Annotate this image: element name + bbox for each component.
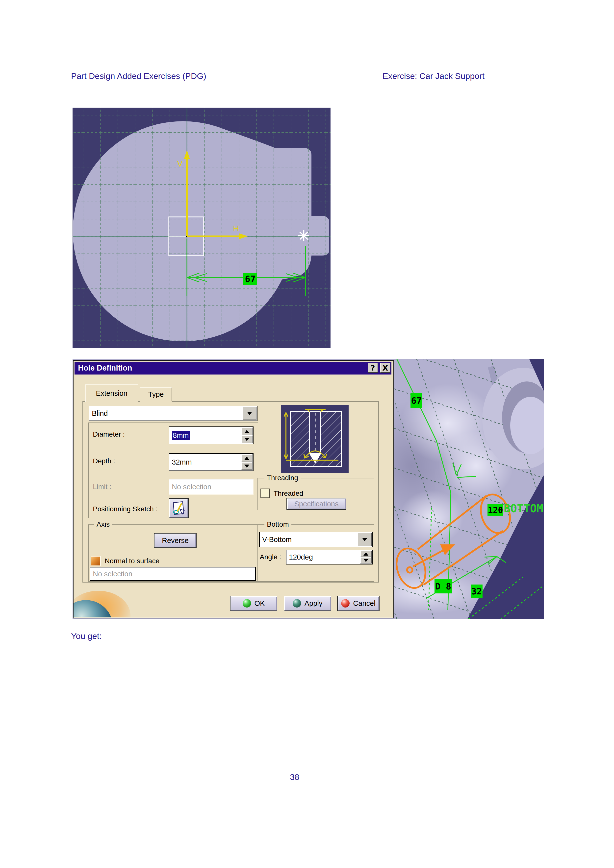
document-page: Part Design Added Exercises (PDG) Exerci… — [0, 0, 614, 868]
stepper-up-icon[interactable] — [360, 551, 372, 557]
apply-sphere-icon — [293, 599, 301, 608]
angle-value: 120deg — [289, 553, 313, 561]
threaded-checkbox[interactable] — [260, 488, 270, 498]
header-right: Exercise: Car Jack Support — [382, 71, 485, 81]
label-bottom-text: BOTTOM — [504, 502, 543, 515]
dialog-titlebar[interactable]: Hole Definition — [75, 362, 392, 375]
ok-sphere-icon — [242, 599, 251, 608]
stepper-down-icon[interactable] — [241, 436, 253, 443]
depth-input[interactable]: 32mm — [169, 453, 253, 471]
positioning-sketch-label: Positionning Sketch : — [93, 505, 158, 513]
diameter-value: 8mm — [172, 431, 190, 440]
threaded-label: Threaded — [274, 490, 303, 498]
normal-to-surface-label: Normal to surface — [105, 557, 159, 565]
grid-overlay — [73, 108, 331, 348]
threading-group-label: Threading — [264, 474, 300, 482]
positioning-sketch-button[interactable] — [169, 498, 189, 518]
bottom-type-combo[interactable]: V-Bottom — [259, 532, 373, 547]
v-axis-label: V — [177, 159, 183, 168]
stepper-up-icon[interactable] — [241, 428, 253, 436]
sketch-canvas: V H — [73, 108, 331, 348]
hole-point-marker[interactable] — [298, 230, 309, 241]
axis-selection-value: No selection — [93, 570, 132, 578]
bottom-type-value: V-Bottom — [262, 536, 292, 544]
hole-definition-screenshot: 67 BOTTOM 120 D 8 32 Hole Definition ? X… — [73, 359, 544, 619]
bottom-group-label: Bottom — [264, 521, 291, 529]
dimension-67-label[interactable]: 67 — [243, 273, 257, 285]
limit-label: Limit : — [93, 483, 111, 491]
stepper-down-icon[interactable] — [241, 462, 253, 470]
depth-stepper[interactable] — [241, 454, 253, 470]
hole-preview-pane — [281, 405, 348, 473]
axis-selection-input[interactable]: No selection — [90, 567, 256, 581]
cancel-label: Cancel — [353, 599, 375, 608]
reverse-label: Reverse — [162, 536, 189, 545]
extension-type-combo[interactable]: Blind — [89, 406, 258, 421]
normal-to-surface-checkbox[interactable] — [91, 556, 101, 566]
reverse-button[interactable]: Reverse — [154, 533, 197, 548]
stepper-up-icon[interactable] — [241, 454, 253, 462]
cancel-button[interactable]: Cancel — [337, 596, 379, 611]
sketch-screenshot: V H 67 — [73, 108, 331, 348]
angle-label: Angle : — [260, 553, 281, 561]
diameter-stepper[interactable] — [241, 428, 253, 443]
sketch-pencil-icon — [171, 501, 186, 516]
axis-group-label: Axis — [94, 521, 112, 529]
ok-button[interactable]: OK — [230, 596, 277, 611]
close-icon[interactable]: X — [380, 363, 390, 373]
label-dim-67[interactable]: 67 — [410, 393, 422, 408]
cancel-sphere-icon — [341, 599, 350, 608]
label-diameter-d8[interactable]: D 8 — [435, 579, 452, 594]
angle-stepper[interactable] — [360, 551, 372, 564]
chevron-down-icon[interactable] — [242, 407, 256, 420]
limit-input: No selection — [169, 479, 253, 495]
depth-label: Depth : — [93, 457, 115, 465]
h-axis-label: H — [233, 224, 239, 233]
specifications-label: Specifications — [294, 500, 339, 508]
angle-input[interactable]: 120deg — [286, 550, 373, 564]
help-icon[interactable]: ? — [368, 363, 378, 373]
you-get-text: You get: — [71, 631, 102, 641]
ok-label: OK — [255, 599, 265, 608]
diameter-input[interactable]: 8mm — [169, 426, 253, 444]
label-depth-32[interactable]: 32 — [471, 584, 482, 598]
world-sphere-corner — [73, 591, 138, 617]
chevron-down-icon[interactable] — [358, 533, 372, 546]
hole-preview-diagram — [281, 405, 348, 473]
page-number: 38 — [282, 772, 307, 782]
diameter-label: Diameter : — [93, 431, 125, 438]
tab-type-label: Type — [148, 391, 164, 398]
tab-type[interactable]: Type — [140, 387, 172, 402]
depth-value: 32mm — [172, 458, 192, 466]
tab-extension[interactable]: Extension — [85, 384, 138, 402]
stepper-down-icon[interactable] — [360, 557, 372, 564]
extension-type-value: Blind — [92, 409, 108, 417]
hole-definition-dialog: Hole Definition ? X Extension Type Blind… — [73, 360, 394, 618]
tab-extension-label: Extension — [96, 389, 127, 397]
apply-label: Apply — [305, 599, 323, 608]
apply-button[interactable]: Apply — [284, 596, 331, 611]
label-angle-120[interactable]: 120 — [488, 504, 503, 516]
limit-value: No selection — [172, 483, 211, 491]
header-left: Part Design Added Exercises (PDG) — [71, 71, 206, 81]
dialog-title: Hole Definition — [78, 364, 132, 372]
specifications-button: Specifications — [286, 498, 347, 510]
